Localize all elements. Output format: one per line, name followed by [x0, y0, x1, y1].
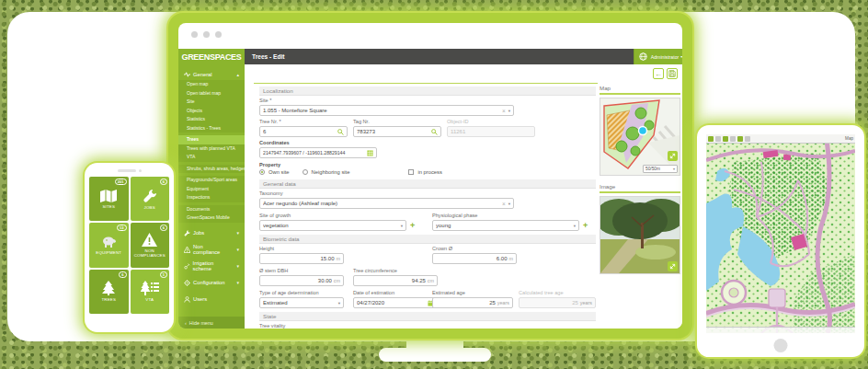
sidebar-item-playgrounds[interactable]: Playgrounds/Sport areas [178, 176, 245, 185]
map-scale-select[interactable]: 50/50m ▾ [643, 165, 678, 173]
pan-icon[interactable] [715, 136, 721, 142]
sidebar-item-vta[interactable]: VTA [178, 153, 245, 162]
age-type-field: Type of age determination Estimated ▾ [259, 290, 344, 308]
sidebar-item-open-tablet-map[interactable]: Open tablet map [178, 89, 245, 98]
search-icon[interactable] [337, 129, 344, 135]
own-site-radio[interactable] [259, 169, 265, 175]
phone-tile-non-compliances[interactable]: 6 NON COMPLIANCES [131, 223, 170, 267]
tree-photo-thumbnail[interactable] [600, 196, 680, 274]
neighboring-site-radio[interactable] [303, 169, 308, 175]
clear-icon[interactable]: × [502, 108, 506, 114]
tree-nr-input[interactable]: 6 [259, 126, 348, 137]
estimated-age-input[interactable]: 25 years [432, 297, 513, 308]
clear-icon[interactable]: × [502, 201, 506, 207]
tablet-status-bar [706, 327, 855, 333]
age-type-select[interactable]: Estimated ▾ [259, 297, 344, 308]
zoom-out-icon[interactable] [730, 136, 736, 142]
sidebar-item-shrubs[interactable]: Shrubs, shrub areas, hedges [178, 165, 245, 174]
calculated-age-field: Calculated tree age 25 years [519, 290, 596, 308]
add-site-of-growth-button[interactable]: + [410, 221, 415, 230]
home-button[interactable] [774, 339, 788, 352]
coordinates-value: 2147947.7939607 / -119601.28829144 [263, 150, 367, 156]
section-label: Users [193, 296, 207, 302]
taxonomy-select[interactable]: Acer negundo (Ashleaf maple) × ▾ [259, 198, 514, 209]
sidebar-section-non-compliance[interactable]: Non compliance ▾ [178, 244, 245, 256]
calculated-age-input: 25 years [519, 297, 596, 308]
circumference-value: 94.25 [357, 278, 426, 283]
back-button[interactable]: ← [653, 68, 664, 79]
dbh-value: 30.00 [263, 278, 332, 283]
language-button[interactable] [634, 49, 651, 64]
sidebar-item-trees[interactable]: Trees [178, 135, 245, 144]
measure-icon[interactable] [745, 136, 750, 142]
tablet-device: Map [697, 125, 864, 357]
user-menu-button[interactable]: Administrator ▾ [651, 49, 682, 64]
sidebar-item-trees-planned-vta[interactable]: Trees with planned VTA [178, 144, 245, 154]
map-picker-icon[interactable] [367, 150, 373, 156]
dbh-input[interactable]: 30.00 cm [259, 275, 344, 286]
sidebar-item-equipment[interactable]: Equipment [178, 185, 245, 194]
tree-nr-label: Tree Nr. * [259, 119, 348, 124]
layers-icon[interactable] [708, 136, 714, 142]
chevron-down-icon: ▾ [236, 247, 239, 252]
sidebar-section-jobs[interactable]: Jobs ▾ [178, 227, 245, 239]
map-thumbnail[interactable]: 50/50m ▾ [600, 98, 680, 176]
window-controls[interactable] [191, 31, 222, 38]
add-phys-phase-button[interactable]: + [583, 221, 588, 230]
sidebar-section-general[interactable]: General ▴ [178, 68, 245, 80]
expand-image-button[interactable] [668, 261, 678, 271]
sidebar-item-statistics[interactable]: Statistics [178, 115, 245, 124]
sidebar-item-objects[interactable]: Objects [178, 107, 245, 116]
date-estimation-input[interactable]: 04/27/2020 [353, 297, 438, 308]
phone-tile-jobs[interactable]: 6 JOBS [131, 177, 170, 221]
height-input[interactable]: 15.00 m [259, 253, 344, 264]
sidebar-item-documents[interactable]: Documents [178, 205, 245, 214]
site-label: Site * [259, 98, 514, 103]
sidebar-section-configuration[interactable]: Configuration ▾ [178, 277, 245, 289]
circumference-input[interactable]: 94.25 cm [353, 275, 438, 286]
phone-tile-equipment[interactable]: 13 EQUIPMENT [89, 223, 129, 267]
tile-label: SITES [102, 204, 115, 209]
expand-map-button[interactable] [668, 151, 678, 161]
estimated-age-label: Estimated age [432, 290, 513, 295]
phone-device: 201 SITES 6 JOBS 13 EQUIPMENT 6 NON COMP… [85, 163, 174, 332]
equipment-icon [101, 236, 117, 248]
calculated-age-unit: years [580, 300, 592, 306]
phone-tile-trees[interactable]: 6 TREES [89, 270, 129, 314]
sidebar-section-users[interactable]: Users [178, 294, 245, 306]
users-icon [184, 296, 190, 303]
hide-menu-button[interactable]: ‹ Hide menu [178, 317, 245, 329]
sidebar-item-site[interactable]: Site [178, 98, 245, 107]
save-button[interactable] [667, 68, 678, 79]
coordinates-field: Coordinates 2147947.7939607 / -119601.28… [259, 140, 377, 158]
tree-edit-form: Localization Site * 1.055 - Montefiore S… [259, 85, 596, 327]
sidebar-item-statistics-trees[interactable]: Statistics - Trees [178, 124, 245, 133]
crown-input[interactable]: 6.00 m [432, 253, 517, 264]
user-name: Administrator [651, 54, 680, 60]
zoom-in-icon[interactable] [723, 136, 728, 142]
locate-icon[interactable] [737, 136, 743, 142]
expand-icon [669, 263, 676, 270]
phone-tile-sites[interactable]: 201 SITES [89, 177, 129, 221]
coordinates-input[interactable]: 2147947.7939607 / -119601.28829144 [259, 147, 377, 158]
site-field: Site * 1.055 - Montefiore Square × ▾ [259, 98, 514, 116]
phys-phase-select[interactable]: young ▾ [432, 220, 579, 231]
sidebar-item-greenspaces-mobile[interactable]: GreenSpaces Mobile [178, 213, 245, 223]
site-select[interactable]: 1.055 - Montefiore Square × ▾ [259, 105, 514, 116]
phone-tile-vta[interactable]: 1 VTA [131, 270, 170, 314]
tablet-screen: Map [706, 134, 855, 333]
tag-nr-input[interactable]: 783273 [353, 126, 441, 137]
tag-nr-label: Tag Nr. [353, 119, 441, 124]
sidebar-section-irrigation-scheme[interactable]: Irrigation scheme ▾ [178, 260, 245, 272]
site-of-growth-select[interactable]: vegetation ▾ [259, 220, 406, 231]
park-map[interactable] [706, 134, 855, 333]
sidebar-item-open-map[interactable]: Open map [178, 80, 245, 89]
estimated-age-value: 25 [436, 300, 496, 306]
sidebar-item-inspections[interactable]: Inspections [178, 193, 245, 202]
tree-nr-value: 6 [263, 129, 337, 134]
image-panel-label: Image [600, 183, 680, 190]
search-icon[interactable] [431, 129, 438, 135]
section-label: General [193, 72, 212, 77]
in-process-checkbox[interactable] [408, 169, 414, 175]
property-label: Property [259, 162, 596, 167]
